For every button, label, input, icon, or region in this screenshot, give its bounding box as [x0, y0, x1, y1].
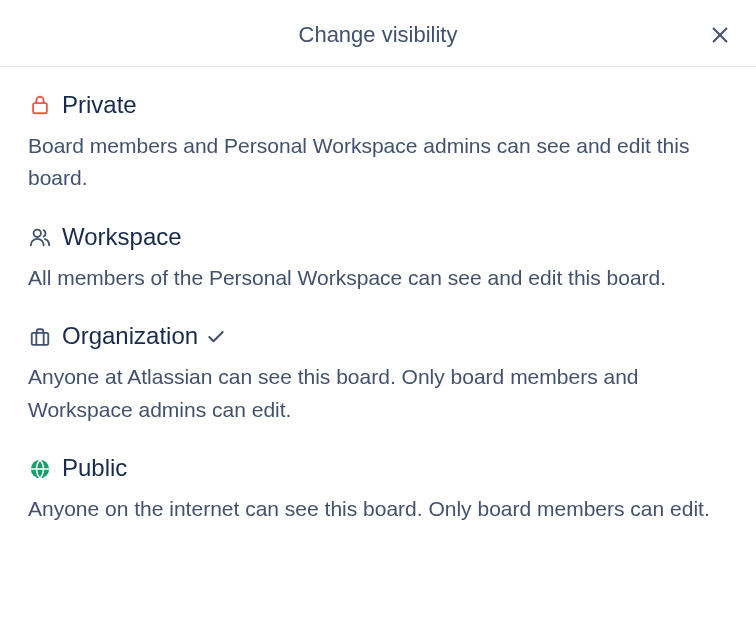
lock-icon: [28, 93, 52, 117]
option-title: Public: [62, 454, 127, 483]
option-description: Anyone on the internet can see this boar…: [28, 493, 728, 526]
option-header: Public: [28, 454, 728, 483]
option-description: All members of the Personal Workspace ca…: [28, 262, 728, 295]
svg-point-3: [34, 230, 41, 237]
close-button[interactable]: [706, 22, 734, 50]
briefcase-icon: [28, 325, 52, 349]
modal-header: Change visibility: [0, 0, 756, 67]
visibility-option-public[interactable]: Public Anyone on the internet can see th…: [28, 454, 728, 525]
visibility-option-workspace[interactable]: Workspace All members of the Personal Wo…: [28, 223, 728, 294]
modal-title: Change visibility: [299, 22, 458, 48]
globe-icon: [28, 457, 52, 481]
change-visibility-modal: Change visibility Private Boa: [0, 0, 756, 525]
people-icon: [28, 225, 52, 249]
option-header: Private: [28, 91, 728, 120]
check-icon: [206, 327, 226, 347]
option-title: Private: [62, 91, 137, 120]
option-title: Workspace: [62, 223, 182, 252]
svg-rect-4: [32, 333, 49, 345]
visibility-option-organization[interactable]: Organization Anyone at Atlassian can see…: [28, 322, 728, 426]
close-icon: [709, 24, 731, 49]
option-description: Board members and Personal Workspace adm…: [28, 130, 728, 195]
option-description: Anyone at Atlassian can see this board. …: [28, 361, 728, 426]
option-header: Workspace: [28, 223, 728, 252]
option-title: Organization: [62, 322, 198, 351]
svg-rect-2: [33, 104, 47, 114]
visibility-options-list: Private Board members and Personal Works…: [0, 67, 756, 525]
visibility-option-private[interactable]: Private Board members and Personal Works…: [28, 91, 728, 195]
option-header: Organization: [28, 322, 728, 351]
